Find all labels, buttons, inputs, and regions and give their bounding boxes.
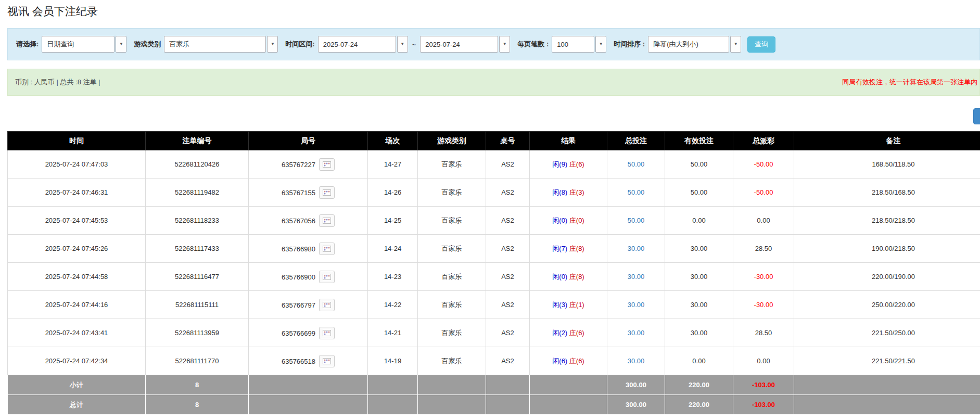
session-cell: 14-24 bbox=[368, 235, 418, 263]
total-bet-link[interactable]: 30.00 bbox=[628, 273, 645, 281]
total-bet-cell: 50.00 bbox=[607, 150, 665, 179]
game-type-cell: 百家乐 bbox=[418, 319, 486, 347]
table-row: 2025-07-24 07:45:53 522681118233 6357670… bbox=[8, 207, 980, 235]
chevron-down-icon[interactable]: ▼ bbox=[499, 36, 510, 53]
select-type-value[interactable]: 日期查询 bbox=[42, 36, 114, 53]
date-from-value[interactable]: 2025-07-24 bbox=[318, 36, 396, 53]
valid-bet-cell: 30.00 bbox=[665, 235, 733, 263]
chevron-down-icon[interactable]: ▼ bbox=[267, 36, 278, 53]
roadmap-icon bbox=[323, 218, 331, 224]
caret-glyph: ▼ bbox=[400, 42, 404, 46]
table-row: 2025-07-24 07:43:41 522681113959 6357666… bbox=[8, 319, 980, 347]
roadmap-icon-button[interactable] bbox=[319, 186, 335, 199]
summary-bar: 币别 : 人民币 | 总共 :8 注单 | 同局有效投注，统一计算在该局第一张注… bbox=[7, 69, 980, 96]
remark-cell: 221.50/221.50 bbox=[794, 347, 980, 375]
total-bet-link[interactable]: 50.00 bbox=[628, 188, 645, 196]
roadmap-icon-button[interactable] bbox=[319, 271, 335, 283]
caret-glyph: ▼ bbox=[734, 42, 738, 46]
result-player: 闲(7) bbox=[552, 245, 567, 252]
currency-total-text: 币别 : 人民币 | 总共 :8 注单 | bbox=[15, 78, 100, 87]
subtotal-count: 8 bbox=[146, 375, 249, 395]
table-no-cell: AS2 bbox=[486, 347, 530, 375]
game-type-cell: 百家乐 bbox=[418, 235, 486, 263]
roadmap-icon-button[interactable] bbox=[319, 355, 335, 367]
round-no-text: 635766797 bbox=[282, 301, 315, 309]
total-bet-link[interactable]: 30.00 bbox=[628, 329, 645, 337]
cutoff-action-button[interactable] bbox=[973, 108, 980, 124]
footer-empty-cell bbox=[368, 395, 418, 415]
game-type-value[interactable]: 百家乐 bbox=[164, 36, 266, 53]
session-cell: 14-19 bbox=[368, 347, 418, 375]
round-no-text: 635766699 bbox=[282, 329, 315, 337]
search-button[interactable]: 查询 bbox=[747, 36, 775, 53]
round-no-cell: 635767056 bbox=[249, 207, 368, 235]
date-from-combobox: 2025-07-24 ▼ bbox=[318, 36, 408, 53]
time-cell: 2025-07-24 07:42:34 bbox=[8, 347, 146, 375]
chevron-down-icon[interactable]: ▼ bbox=[595, 36, 606, 53]
total-bet-cell: 30.00 bbox=[607, 291, 665, 319]
payout-cell: 28.50 bbox=[733, 235, 794, 263]
footer-empty-cell bbox=[794, 375, 980, 395]
result-player: 闲(6) bbox=[552, 357, 567, 365]
total-bet-link[interactable]: 30.00 bbox=[628, 357, 645, 365]
grand-total-total-bet: 300.00 bbox=[607, 395, 665, 415]
session-cell: 14-23 bbox=[368, 263, 418, 291]
footer-empty-cell bbox=[418, 375, 486, 395]
roadmap-icon-button[interactable] bbox=[319, 299, 335, 311]
total-bet-cell: 30.00 bbox=[607, 263, 665, 291]
total-bet-cell: 30.00 bbox=[607, 319, 665, 347]
remark-cell: 221.50/250.00 bbox=[794, 319, 980, 347]
round-no-text: 635767056 bbox=[282, 217, 315, 224]
chevron-down-icon[interactable]: ▼ bbox=[397, 36, 408, 53]
chevron-down-icon[interactable]: ▼ bbox=[116, 36, 126, 53]
game-type-cell: 百家乐 bbox=[418, 207, 486, 235]
roadmap-icon-button[interactable] bbox=[319, 158, 335, 171]
roadmap-icon bbox=[323, 330, 331, 336]
subtotal-total-bet: 300.00 bbox=[607, 375, 665, 395]
grand-total-count: 8 bbox=[146, 395, 249, 415]
chevron-down-icon[interactable]: ▼ bbox=[730, 36, 741, 53]
total-bet-link[interactable]: 30.00 bbox=[628, 301, 645, 309]
roadmap-icon-button[interactable] bbox=[319, 327, 335, 339]
game-type-cell: 百家乐 bbox=[418, 263, 486, 291]
footer-empty-cell bbox=[486, 395, 530, 415]
roadmap-icon-button[interactable] bbox=[319, 243, 335, 255]
footer-empty-cell bbox=[418, 395, 486, 415]
header-bet-no: 注单编号 bbox=[146, 132, 249, 150]
bet-records-table: 时间 注单编号 局号 场次 游戏类别 桌号 结果 总投注 有效投注 总派彩 备注… bbox=[7, 131, 980, 415]
valid-bet-cell: 0.00 bbox=[665, 207, 733, 235]
per-page-value[interactable]: 100 bbox=[552, 36, 594, 53]
header-result: 结果 bbox=[530, 132, 607, 150]
grand-total-row: 总计 8 300.00 220.00 -103.00 bbox=[8, 395, 980, 415]
footer-empty-cell bbox=[368, 375, 418, 395]
header-remark: 备注 bbox=[794, 132, 980, 150]
date-to-value[interactable]: 2025-07-24 bbox=[420, 36, 498, 53]
table-no-cell: AS2 bbox=[486, 263, 530, 291]
header-table-no: 桌号 bbox=[486, 132, 530, 150]
total-bet-link[interactable]: 50.00 bbox=[628, 160, 645, 168]
total-bet-link[interactable]: 50.00 bbox=[628, 217, 645, 224]
time-sort-value[interactable]: 降幂(由大到小) bbox=[648, 36, 729, 53]
total-bet-link[interactable]: 30.00 bbox=[628, 245, 645, 252]
round-no-text: 635767155 bbox=[282, 188, 315, 196]
per-page-combobox: 100 ▼ bbox=[552, 36, 606, 53]
footer-empty-cell bbox=[530, 375, 607, 395]
result-banker: 庄(8) bbox=[569, 273, 584, 281]
table-row: 2025-07-24 07:47:03 522681120426 6357672… bbox=[8, 150, 980, 179]
payout-cell: 28.50 bbox=[733, 319, 794, 347]
header-session: 场次 bbox=[368, 132, 418, 150]
footer-empty-cell bbox=[249, 375, 368, 395]
header-time: 时间 bbox=[8, 132, 146, 150]
header-game-type: 游戏类别 bbox=[418, 132, 486, 150]
round-no-cell: 635766900 bbox=[249, 263, 368, 291]
result-player: 闲(0) bbox=[552, 217, 567, 224]
bet-no-cell: 522681120426 bbox=[146, 150, 249, 179]
session-cell: 14-27 bbox=[368, 150, 418, 179]
round-no-cell: 635766797 bbox=[249, 291, 368, 319]
table-row: 2025-07-24 07:44:16 522681115111 6357667… bbox=[8, 291, 980, 319]
total-bet-cell: 50.00 bbox=[607, 207, 665, 235]
result-player: 闲(3) bbox=[552, 301, 567, 309]
roadmap-icon-button[interactable] bbox=[319, 214, 335, 227]
roadmap-icon bbox=[323, 161, 331, 168]
footer-empty-cell bbox=[486, 375, 530, 395]
